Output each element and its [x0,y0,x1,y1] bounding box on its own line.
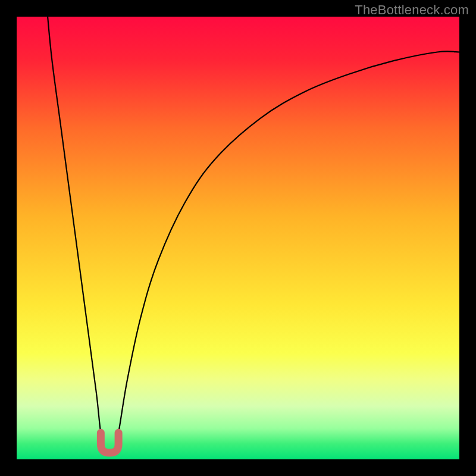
gradient-bg [17,17,459,459]
chart-frame: TheBottleneck.com [0,0,476,476]
watermark-label: TheBottleneck.com [355,2,469,18]
plot-area [17,17,459,459]
chart-svg [17,17,459,459]
